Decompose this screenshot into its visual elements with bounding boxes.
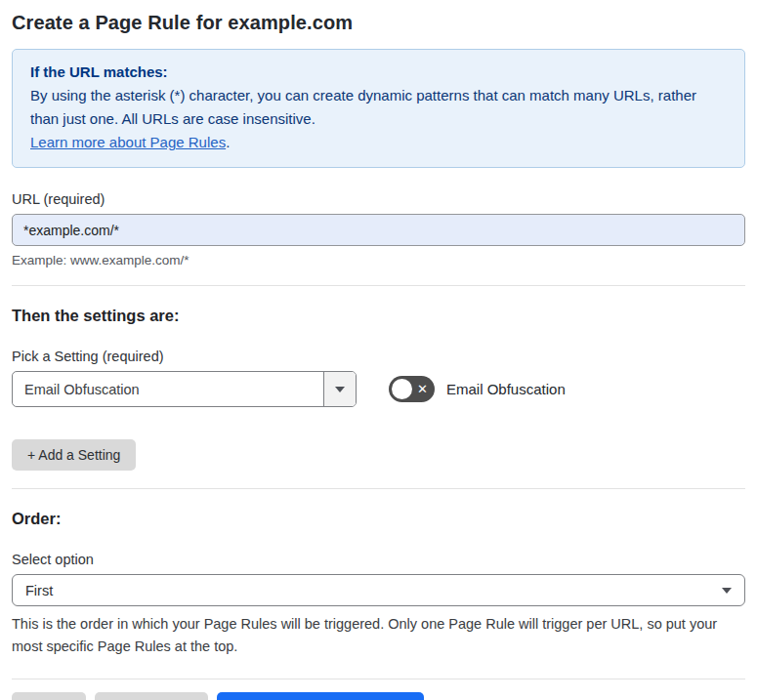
save-as-draft-button[interactable]: Save as Draft (95, 692, 209, 700)
divider (12, 285, 745, 286)
chevron-down-icon (335, 387, 345, 392)
order-section-heading: Order: (12, 510, 745, 528)
email-obfuscation-toggle-group: ✕ Email Obfuscation (389, 376, 566, 402)
setting-select-value: Email Obfuscation (13, 372, 323, 406)
divider (12, 679, 745, 679)
order-helper-text: This is the order in which your Page Rul… (12, 613, 745, 658)
link-suffix: . (226, 134, 230, 150)
pick-setting-label: Pick a Setting (required) (12, 349, 745, 364)
order-select-value: First (25, 583, 722, 598)
setting-select[interactable]: Email Obfuscation (12, 371, 357, 407)
settings-section-heading: Then the settings are: (12, 307, 745, 325)
cancel-button[interactable]: Cancel (12, 692, 86, 700)
create-page-rule-form: Create a Page Rule for example.com If th… (0, 0, 757, 700)
toggle-label: Email Obfuscation (446, 381, 566, 397)
email-obfuscation-toggle[interactable]: ✕ (389, 376, 435, 402)
setting-select-arrow-button[interactable] (323, 372, 356, 406)
url-input[interactable] (12, 214, 745, 246)
info-box-heading: If the URL matches: (30, 61, 727, 84)
page-title: Create a Page Rule for example.com (12, 12, 745, 34)
footer-actions: Cancel Save as Draft Save and Deploy Pag… (12, 692, 745, 700)
divider (12, 488, 745, 489)
info-box-body: By using the asterisk (*) character, you… (30, 84, 727, 131)
url-field-label: URL (required) (12, 191, 745, 207)
order-select-label: Select option (12, 552, 745, 567)
order-select[interactable]: First (12, 574, 745, 606)
learn-more-link[interactable]: Learn more about Page Rules (30, 134, 226, 150)
toggle-knob (392, 379, 412, 399)
setting-row: Email Obfuscation ✕ Email Obfuscation (12, 371, 745, 407)
add-setting-button[interactable]: + Add a Setting (12, 439, 136, 471)
url-example-helper: Example: www.example.com/* (12, 253, 745, 268)
info-box-link-line: Learn more about Page Rules. (30, 131, 727, 154)
url-matches-info-box: If the URL matches: By using the asteris… (12, 49, 745, 168)
save-and-deploy-button[interactable]: Save and Deploy Page Rule (217, 692, 424, 700)
chevron-down-icon (722, 588, 732, 594)
toggle-x-icon: ✕ (417, 383, 428, 395)
